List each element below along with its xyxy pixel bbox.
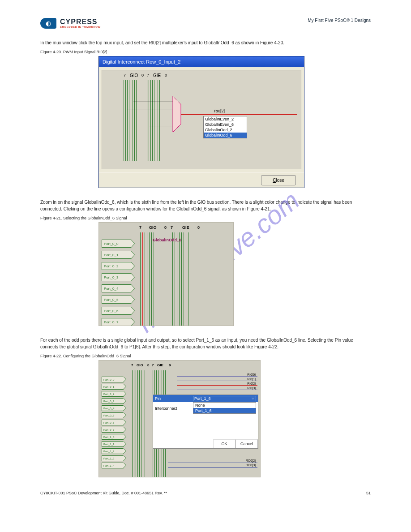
- figure-caption: Figure 4-20. PWM Input Signal RI0[2]: [40, 50, 371, 54]
- port-tag[interactable]: Port_0_7: [102, 427, 124, 433]
- port-tag[interactable]: Port_0_0: [102, 240, 131, 248]
- port-tag[interactable]: Port_0_4: [102, 405, 124, 411]
- row-input-label: RI0[2]: [247, 382, 256, 385]
- output-line: [181, 114, 297, 115]
- bus-num-7a: 7: [131, 363, 133, 367]
- port-tag[interactable]: Port_0_6: [102, 307, 131, 315]
- doc-section-title: My First Five PSoC® 1 Designs: [308, 18, 371, 23]
- port-tag[interactable]: Port_1_2: [102, 448, 124, 454]
- bus-num-0b: 0: [169, 363, 171, 367]
- port-tag[interactable]: Port_1_4: [102, 463, 124, 468]
- ok-button[interactable]: OK: [213, 439, 235, 448]
- figure-1: Digital Interconnect Row_0_Input_2 7 GIO…: [98, 56, 304, 188]
- port-tag[interactable]: Port_0_7: [102, 318, 131, 326]
- port-tag[interactable]: Port_0_1: [102, 384, 124, 390]
- port-tag[interactable]: Port_0_2: [102, 391, 124, 397]
- port-tag[interactable]: Port_0_2: [102, 262, 131, 270]
- port-list: Port_0_0 Port_0_1 Port_0_2 Port_0_3 Port…: [102, 240, 131, 326]
- row-input-label: RI0[3]: [247, 386, 256, 390]
- port-tag[interactable]: Port_1_1: [102, 441, 124, 447]
- logo-text: CYPRESS: [60, 18, 101, 26]
- bus-num-0a: 0: [164, 225, 167, 230]
- port-tag[interactable]: Port_0_3: [102, 273, 131, 281]
- logo-subtext: EMBEDDED IN TOMORROW: [60, 26, 101, 28]
- chevron-down-icon: [251, 398, 255, 400]
- row-output-label: RO0[3]: [246, 463, 256, 467]
- port-tag[interactable]: Port_0_6: [102, 420, 124, 425]
- port-tag[interactable]: Port_0_4: [102, 284, 131, 292]
- bus-label-gio: GIO: [137, 363, 143, 367]
- footer-doc-id: CY8CKIT-001 PSoC Development Kit Guide, …: [40, 491, 167, 495]
- output-label: RI0[2]: [214, 109, 225, 113]
- dropdown-option-selected[interactable]: GlobalInOdd_6: [204, 133, 247, 138]
- figure-3: 7 GIO 0 7 GIE 0 RI0[0] RI0[1] RI0[2] RI0…: [98, 360, 261, 477]
- close-button[interactable]: Close: [261, 175, 296, 185]
- port-tag[interactable]: Port_0_1: [102, 251, 131, 259]
- bus-label-gie: GIE: [153, 73, 161, 78]
- interconnect-row-label: Interconnect: [153, 402, 191, 414]
- bus-num-7b: 7: [171, 225, 173, 230]
- dropdown-option[interactable]: GlobalInEven_6: [204, 122, 247, 127]
- pin-value: Port_1_6: [194, 396, 211, 401]
- bus-label-gie: GIE: [157, 363, 163, 367]
- bus-num-0a: 0: [147, 363, 149, 367]
- signal-label: GlobalInOdd_6: [153, 238, 181, 242]
- bus-label-gio: GIO: [149, 225, 157, 230]
- row-output-label: RO0[2]: [246, 459, 256, 462]
- mux-input-dropdown[interactable]: GlobalInEven_2 GlobalInEven_6 GlobalInOd…: [203, 116, 247, 138]
- port-list: Port_0_0 Port_0_1 Port_0_2 Port_0_3 Port…: [102, 377, 124, 468]
- bus-label-gio: GIO: [130, 73, 138, 78]
- bus-num-0a: 0: [141, 73, 144, 77]
- port-tag[interactable]: Port_0_3: [102, 398, 124, 404]
- dialog-title: Digital Interconnect Row_0_Input_2: [103, 59, 180, 64]
- dropdown-option[interactable]: None: [193, 403, 256, 408]
- bus-num-0b: 0: [197, 225, 200, 230]
- bus-num-7b: 7: [147, 73, 149, 77]
- cancel-button[interactable]: Cancel: [235, 439, 258, 448]
- svg-marker-1: [173, 96, 181, 132]
- bus-num-0b: 0: [165, 73, 167, 77]
- port-tag[interactable]: Port_0_5: [102, 296, 131, 304]
- bus-label-gie: GIE: [182, 225, 189, 230]
- bus-num-7a: 7: [139, 225, 141, 230]
- row-input-label: RI0[1]: [247, 378, 256, 381]
- paragraph: Zoom in on the signal GlobalInOdd_6, whi…: [40, 199, 371, 212]
- dropdown-option-selected[interactable]: Port_1_6: [193, 408, 256, 413]
- pin-dropdown-list[interactable]: None Port_1_6: [193, 402, 256, 414]
- figure-caption: Figure 4-21. Selecting the GlobalInOdd_6…: [40, 216, 371, 220]
- pin-select[interactable]: Port_1_6: [193, 396, 256, 401]
- port-tag[interactable]: Port_1_0: [102, 434, 124, 440]
- port-tag[interactable]: Port_0_0: [102, 377, 124, 382]
- logo-mark-icon: ◐: [40, 18, 56, 29]
- page-number: 51: [366, 491, 371, 495]
- pin-row-label: Pin: [153, 395, 191, 402]
- figure-2: 7 GIO 0 7 GIE 0 GlobalInOdd_6 Port_0_0 P…: [98, 222, 234, 326]
- paragraph: In the mux window click the top mux inpu…: [40, 39, 371, 46]
- port-tag[interactable]: Port_1_3: [102, 455, 124, 461]
- bus-num-7a: 7: [124, 73, 126, 77]
- dropdown-option[interactable]: GlobalInOdd_2: [204, 127, 247, 133]
- signal-config-panel: Pin Port_1_6 Interconnect None Port_1_6 …: [153, 395, 258, 449]
- figure-caption: Figure 4-22. Configuring the GlobalInOdd…: [40, 354, 371, 358]
- row-input-label: RI0[0]: [247, 373, 256, 376]
- bus-num-7b: 7: [152, 363, 154, 367]
- paragraph: For each of the odd ports there is a sin…: [40, 337, 371, 350]
- mux-icon[interactable]: [172, 95, 182, 133]
- dropdown-option[interactable]: GlobalInEven_2: [204, 116, 247, 122]
- port-tag[interactable]: Port_0_5: [102, 412, 124, 418]
- selected-signal-line[interactable]: [142, 232, 143, 326]
- dialog-titlebar: Digital Interconnect Row_0_Input_2: [99, 56, 304, 67]
